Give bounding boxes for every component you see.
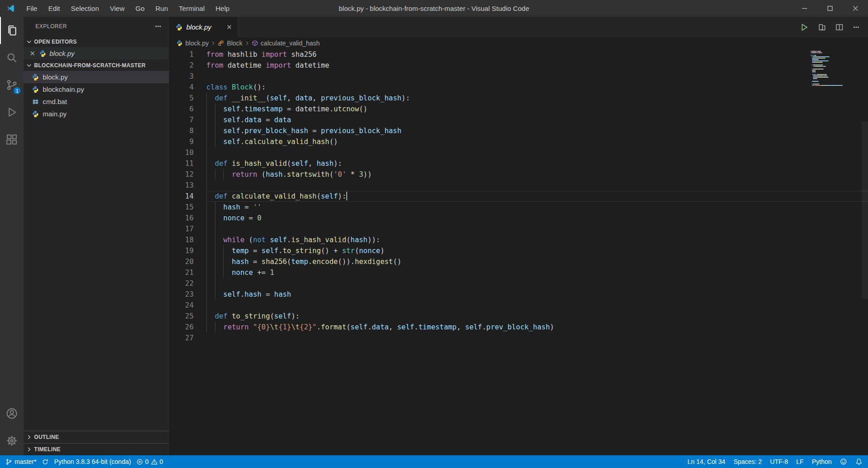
breadcrumb-file[interactable]: block.py (176, 40, 209, 47)
python-file-icon (176, 40, 183, 46)
code-line[interactable]: 5 def __init__(self, data, previous_bloc… (169, 93, 868, 104)
menu-file[interactable]: File (21, 0, 43, 17)
problems-indicator[interactable]: 0 0 (136, 458, 163, 465)
sync-icon[interactable] (42, 458, 49, 465)
code-line[interactable]: 15 hash = '' (169, 202, 868, 213)
code-line[interactable]: 26 return "{0}\t{1}\t{2}".format(self.da… (169, 322, 868, 333)
folder-section-header[interactable]: BLOCKCHAIN-FROM-SCRATCH-MASTER (24, 60, 169, 71)
explorer-icon[interactable] (0, 17, 24, 44)
source-control-icon[interactable]: 1 (0, 71, 24, 99)
code-line[interactable]: 24 (169, 300, 868, 311)
branch-indicator[interactable]: master* (5, 458, 36, 465)
python-interpreter[interactable]: Python 3.8.3 64-bit (conda) (54, 458, 131, 465)
settings-gear-icon[interactable] (0, 427, 24, 454)
code-line[interactable]: 22 (169, 278, 868, 289)
file-item-cmd-bat[interactable]: cmd.bat (24, 95, 169, 108)
vscode-logo-icon (0, 0, 21, 17)
indent-guide (206, 169, 207, 180)
code-line[interactable]: 1from hashlib import sha256 (169, 49, 868, 60)
scrollbar-thumb[interactable] (862, 122, 868, 299)
cursor-position[interactable]: Ln 14, Col 34 (688, 458, 725, 465)
file-item-main-py[interactable]: main.py (24, 108, 169, 120)
menu-view[interactable]: View (105, 0, 130, 17)
editor-group: block.py block.py Block (169, 17, 868, 455)
chevron-right-icon (25, 446, 33, 453)
open-changes-icon[interactable] (818, 23, 826, 31)
open-editors-section[interactable]: OPEN EDITORS (24, 36, 169, 47)
code-line[interactable]: 19 temp = self.to_string() + str(nonce) (169, 245, 868, 256)
outline-section[interactable]: OUTLINE (24, 431, 169, 443)
indentation[interactable]: Spaces: 2 (733, 458, 762, 465)
class-symbol-icon (218, 40, 224, 46)
code-line[interactable]: 2from datetime import datetime (169, 60, 868, 71)
menu-help[interactable]: Help (210, 0, 235, 17)
minimap[interactable] (811, 51, 862, 88)
close-icon[interactable] (226, 24, 233, 30)
maximize-button[interactable] (817, 0, 843, 17)
timeline-section[interactable]: TIMELINE (24, 443, 169, 455)
code-line[interactable]: 10 (169, 147, 868, 158)
file-item-blockchain-py[interactable]: blockchain.py (24, 83, 169, 95)
tab-bar: block.py (169, 17, 868, 37)
code-line[interactable]: 20 hash = sha256(temp.encode()).hexdiges… (169, 256, 868, 267)
code-line[interactable]: 25 def to_string(self): (169, 311, 868, 322)
indent-guide (206, 256, 207, 267)
indent-guide (206, 245, 207, 256)
code-line[interactable]: 6 self.timestamp = datetime.utcnow() (169, 104, 868, 115)
file-item-block-py[interactable]: block.py (24, 71, 169, 83)
code-editor[interactable]: 1from hashlib import sha2562from datetim… (169, 49, 868, 455)
window-controls (792, 0, 868, 17)
more-actions-icon[interactable] (155, 23, 162, 30)
menu-go[interactable]: Go (130, 0, 150, 17)
indent-guide (206, 300, 207, 311)
more-actions-icon[interactable] (853, 24, 860, 31)
code-line[interactable]: 9 self.calculate_valid_hash() (169, 136, 868, 147)
menu-edit[interactable]: Edit (43, 0, 65, 17)
open-editor-item[interactable]: block.py (24, 47, 169, 60)
menu-run[interactable]: Run (150, 0, 174, 17)
account-icon[interactable] (0, 400, 24, 427)
language-mode[interactable]: Python (812, 458, 832, 465)
code-line[interactable]: 12 return (hash.startswith('0' * 3)) (169, 169, 868, 180)
code-line[interactable]: 4class Block(): (169, 82, 868, 93)
code-line[interactable]: 13 (169, 180, 868, 191)
indent-guide (206, 191, 207, 202)
breadcrumb-method[interactable]: calculate_valid_hash (252, 40, 320, 47)
encoding[interactable]: UTF-8 (770, 458, 788, 465)
python-file-icon (32, 110, 39, 118)
vertical-scrollbar[interactable] (862, 49, 868, 455)
code-line[interactable]: 27 (169, 333, 868, 344)
code-line[interactable]: 17 (169, 224, 868, 234)
line-number: 24 (169, 300, 206, 311)
breadcrumb-class[interactable]: Block (218, 40, 242, 47)
menu-terminal[interactable]: Terminal (174, 0, 210, 17)
feedback-icon[interactable] (840, 458, 847, 465)
code-line[interactable]: 18 while (not self.is_hash_valid(hash)): (169, 234, 868, 245)
code-line[interactable]: 16 nonce = 0 (169, 213, 868, 224)
line-number: 6 (169, 104, 206, 115)
code-line[interactable]: 3 (169, 71, 868, 82)
minimize-button[interactable] (792, 0, 817, 17)
tab-block-py[interactable]: block.py (169, 17, 237, 37)
close-button[interactable] (843, 0, 868, 17)
menu-selection[interactable]: Selection (65, 0, 105, 17)
run-debug-icon[interactable] (0, 99, 24, 126)
chevron-down-icon (25, 38, 33, 45)
text-cursor (346, 192, 347, 200)
code-line[interactable]: 7 self.data = data (169, 115, 868, 125)
extensions-icon[interactable] (0, 126, 24, 153)
indent-guide (206, 267, 207, 278)
code-line[interactable]: 21 nonce += 1 (169, 267, 868, 278)
code-line[interactable]: 14 def calculate_valid_hash(self): (169, 191, 868, 202)
close-icon[interactable] (29, 50, 36, 57)
code-line[interactable]: 8 self.prev_block_hash = previous_block_… (169, 125, 868, 136)
split-editor-icon[interactable] (835, 23, 843, 31)
notifications-bell-icon[interactable] (855, 458, 863, 465)
indent-guide (215, 104, 215, 115)
code-line[interactable]: 23 self.hash = hash (169, 289, 868, 300)
indent-guide (206, 202, 207, 213)
code-line[interactable]: 11 def is_hash_valid(self, hash): (169, 158, 868, 169)
eol[interactable]: LF (796, 458, 803, 465)
run-python-file-icon[interactable] (800, 23, 809, 32)
search-icon[interactable] (0, 44, 24, 71)
